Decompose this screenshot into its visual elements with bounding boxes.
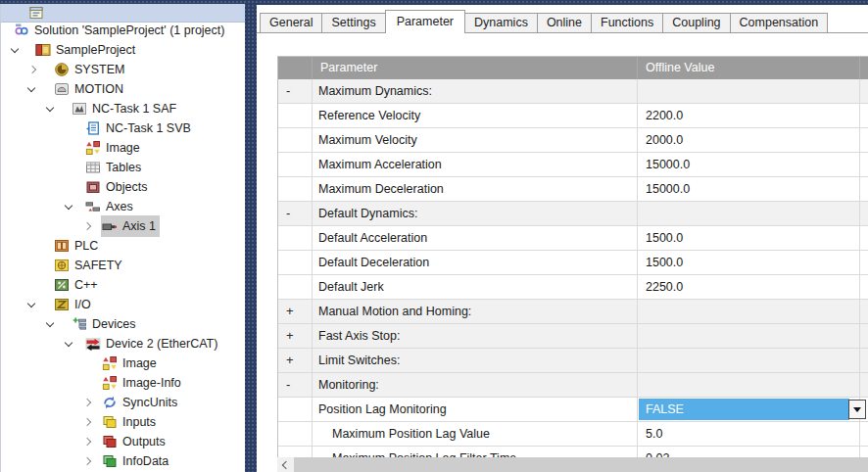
tree-item-outputs[interactable]: Outputs xyxy=(1,432,245,451)
expand-cell[interactable]: - xyxy=(278,373,313,397)
table-row[interactable]: +Fast Axis Stop: xyxy=(278,324,868,349)
tree-item-image-info[interactable]: Image-Info xyxy=(1,373,245,393)
table-row-position-lag-monitoring[interactable]: Position Lag Monitoring FALSE xyxy=(278,398,868,422)
table-row[interactable]: Maximum Position Lag Value5.0 xyxy=(278,422,868,447)
panel-list-icon[interactable] xyxy=(28,5,44,21)
value-cell[interactable]: 2250.0 xyxy=(638,275,860,299)
chevron-down-icon[interactable] xyxy=(43,316,59,332)
chevron-down-icon[interactable] xyxy=(24,297,40,312)
tree-item-infodata[interactable]: InfoData xyxy=(1,451,245,471)
expand-cell[interactable] xyxy=(278,128,313,152)
tree-item-solution[interactable]: Solution 'SampleProject' (1 project) xyxy=(1,21,245,40)
expand-cell[interactable]: + xyxy=(278,300,313,323)
expand-cell[interactable] xyxy=(278,153,313,176)
tree-item-syncunits[interactable]: SyncUnits xyxy=(1,393,245,412)
inputs-icon xyxy=(102,414,118,430)
chevron-down-icon[interactable] xyxy=(24,81,40,97)
tree-item-io[interactable]: I/O xyxy=(1,295,245,314)
chevron-down-icon[interactable] xyxy=(62,199,77,214)
tree-item-system[interactable]: SYSTEM xyxy=(1,60,245,79)
expand-cell[interactable]: + xyxy=(278,324,313,348)
tables-icon xyxy=(85,160,101,175)
tree-item-plc[interactable]: PLC xyxy=(1,236,245,256)
expand-cell[interactable] xyxy=(278,104,313,127)
expand-cell[interactable] xyxy=(278,398,313,421)
expand-cell[interactable]: + xyxy=(278,349,313,372)
value-cell[interactable] xyxy=(638,373,860,397)
tab-compensation[interactable]: Compensation xyxy=(730,13,829,32)
tab-coupling[interactable]: Coupling xyxy=(662,13,730,32)
chevron-right-icon[interactable] xyxy=(79,218,95,234)
scrollbar-thumb[interactable] xyxy=(294,457,868,472)
chevron-right-icon[interactable] xyxy=(79,414,95,430)
value-cell[interactable] xyxy=(638,79,860,103)
chevron-right-icon[interactable] xyxy=(79,453,95,469)
table-row[interactable]: -Monitoring: xyxy=(278,373,868,398)
value-cell[interactable]: 2200.0 xyxy=(638,104,860,127)
tree-item-nc-task-1-svb[interactable]: NC-Task 1 SVB xyxy=(1,118,245,138)
scroll-left-arrow-icon[interactable] xyxy=(277,457,293,472)
tree-item-device-image[interactable]: Image xyxy=(1,354,245,373)
chevron-right-icon[interactable] xyxy=(79,395,95,410)
selection-highlight: Axis 1 xyxy=(101,215,160,237)
chevron-down-icon[interactable] xyxy=(43,101,59,117)
value-cell[interactable]: 1500.0 xyxy=(638,226,860,250)
table-row[interactable]: Default Jerk2250.0 xyxy=(278,275,868,300)
chevron-down-icon[interactable] xyxy=(62,336,77,352)
position-lag-monitoring-combo[interactable]: FALSE xyxy=(639,399,849,420)
tree-item-device-2-ethercat[interactable]: Device 2 (EtherCAT) xyxy=(1,334,245,354)
dropdown-button[interactable] xyxy=(848,400,866,419)
tree-item-devices[interactable]: Devices xyxy=(1,314,245,334)
system-icon xyxy=(54,62,70,77)
header-expand-column xyxy=(278,57,313,79)
tree-item-objects[interactable]: Objects xyxy=(1,177,245,197)
chevron-down-icon[interactable] xyxy=(8,42,24,58)
table-row[interactable]: Reference Velocity2200.0 xyxy=(278,104,868,128)
value-cell[interactable]: 5.0 xyxy=(638,422,860,446)
value-cell[interactable]: 1500.0 xyxy=(638,251,860,274)
expand-cell[interactable] xyxy=(278,226,313,250)
tab-functions[interactable]: Functions xyxy=(591,13,663,32)
tab-settings[interactable]: Settings xyxy=(321,13,385,32)
value-cell[interactable]: 15000.0 xyxy=(638,153,860,176)
value-cell[interactable]: 2000.0 xyxy=(638,128,860,152)
expand-cell[interactable] xyxy=(278,251,313,274)
table-row[interactable]: +Manual Motion and Homing: xyxy=(278,300,868,324)
expand-cell[interactable] xyxy=(278,422,313,446)
tree-item-sampleproject[interactable]: SampleProject xyxy=(1,40,245,60)
value-cell[interactable] xyxy=(638,324,860,348)
value-cell[interactable] xyxy=(638,300,860,323)
table-row[interactable]: -Maximum Dynamics: xyxy=(278,79,868,104)
tab-online[interactable]: Online xyxy=(537,13,592,32)
tree-item-image[interactable]: Image xyxy=(1,138,245,158)
expand-cell[interactable] xyxy=(278,275,313,299)
chevron-right-icon[interactable] xyxy=(24,62,40,77)
value-cell[interactable] xyxy=(638,202,860,225)
table-row[interactable]: +Limit Switches: xyxy=(278,349,868,373)
tree-item-safety[interactable]: SAFETY xyxy=(1,256,245,275)
value-cell[interactable]: 15000.0 xyxy=(638,177,860,201)
table-row[interactable]: Default Deceleration1500.0 xyxy=(278,251,868,275)
expand-cell[interactable] xyxy=(278,177,313,201)
tree-item-tables[interactable]: Tables xyxy=(1,158,245,177)
tree-item-axes[interactable]: Axes xyxy=(1,197,245,216)
tree-item-cpp[interactable]: C++ xyxy=(1,275,245,295)
table-row[interactable]: -Default Dynamics: xyxy=(278,202,868,226)
tab-general[interactable]: General xyxy=(260,13,322,32)
tree-item-nc-task-1-saf[interactable]: NC-Task 1 SAF xyxy=(1,99,245,118)
tree-item-motion[interactable]: MOTION xyxy=(1,79,245,99)
value-cell[interactable] xyxy=(638,349,860,372)
table-row[interactable]: Maximum Velocity2000.0 xyxy=(278,128,868,153)
table-row[interactable]: Maximum Acceleration15000.0 xyxy=(278,153,868,177)
tree-item-axis-1[interactable]: Axis 1 xyxy=(1,216,245,236)
tab-dynamics[interactable]: Dynamics xyxy=(464,13,538,32)
table-row[interactable]: Default Acceleration1500.0 xyxy=(278,226,868,251)
chevron-right-icon[interactable] xyxy=(79,434,95,449)
expand-cell[interactable]: - xyxy=(278,202,313,225)
table-row[interactable]: Maximum Deceleration15000.0 xyxy=(278,177,868,202)
tab-parameter[interactable]: Parameter xyxy=(385,10,465,33)
horizontal-scrollbar[interactable] xyxy=(277,457,868,472)
objects-icon xyxy=(85,179,101,195)
tree-item-inputs[interactable]: Inputs xyxy=(1,412,245,432)
expand-cell[interactable]: - xyxy=(278,79,313,103)
